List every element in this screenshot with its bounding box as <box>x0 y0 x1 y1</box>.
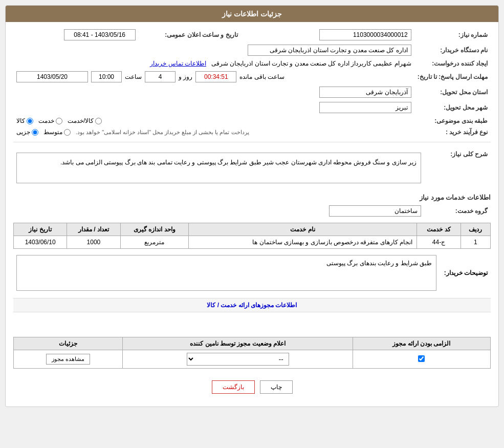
permit-col-status: اعلام وضعیت مجوز توسط نامین کننده <box>123 337 353 350</box>
deadline-days: 4 <box>145 71 176 82</box>
buyer-org-value: اداره کل صنعت معدن و تجارت استان اذربایج… <box>248 45 411 56</box>
buyer-notes-value: طبق شرایط و رعایت بندهای برگ پیوستی <box>16 255 436 291</box>
deadline-time: 10:00 <box>91 71 122 82</box>
service-col-date: تاریخ نیاز <box>14 223 67 236</box>
permit-col-required: الزامی بودن ارائه مجوز <box>353 337 490 350</box>
province-label: استان محل تحویل: <box>414 84 491 100</box>
requester-value: شهرام عظیمی کاربرداز اداره کل صنعت معدن … <box>211 60 411 67</box>
deadline-label: مهلت ارسال پاسخ: تا تاریخ: <box>414 69 491 84</box>
category-option-2[interactable]: خدمت <box>38 117 62 124</box>
service-col-code: کد خدمت <box>417 223 461 236</box>
description-value: زیر سازی و سنگ فروش محوطه اداری شهرستان … <box>16 153 421 183</box>
service-table: ردیف کد خدمت نام خدمت واحد اندازه گیری ت… <box>13 223 491 249</box>
page-title: جزئیات اطلاعات نیاز <box>6 6 498 22</box>
service-group-label: گروه خدمت: <box>424 203 491 219</box>
service-table-row: 1 ج-44 انجام کارهای متفرقه درخصوص بازساز… <box>14 236 491 249</box>
view-permit-button[interactable]: مشاهده مجوز <box>46 354 90 365</box>
deadline-date: 1403/05/20 <box>16 71 88 82</box>
service-col-name: نام خدمت <box>189 223 417 236</box>
deadline-remaining-label: ساعت باقی مانده <box>239 73 284 80</box>
buyer-notes-label: توضیحات خریدار: <box>440 253 491 293</box>
permit-required-checkbox[interactable] <box>418 355 425 362</box>
permits-section-title: اطلاعات مجوزهای ارائه خدمت / کالا <box>13 298 491 312</box>
permit-row: -- مشاهده مجوز <box>14 350 491 369</box>
services-section-title: اطلاعات خدمات مورد نیاز <box>13 194 491 201</box>
permit-status-select[interactable]: -- <box>187 353 289 366</box>
back-button[interactable]: بازگشت <box>212 380 255 394</box>
announcement-value: 1403/05/16 - 08:41 <box>64 29 136 40</box>
category-label: طبقه بندی موضوعی: <box>414 115 491 126</box>
city-value: تبریز <box>319 102 411 113</box>
process-note: پرداخت تمام یا بخشی از مبلغ خریداز محل "… <box>76 129 249 136</box>
permit-table: الزامی بودن ارائه مجوز اعلام وضعیت مجوز … <box>13 337 491 369</box>
service-group-value: ساختمان <box>329 205 421 217</box>
requester-contact-link[interactable]: اطلاعات تماس خریدار <box>150 60 206 67</box>
process-label: نوع فرآیند خرید : <box>414 126 491 138</box>
permit-col-details: جزئیات <box>14 337 123 350</box>
announcement-label: تاریخ و ساعت اعلان عمومی: <box>139 27 241 42</box>
deadline-day-label: روز و <box>179 73 192 80</box>
deadline-remaining: 00:34:51 <box>195 71 236 82</box>
print-button[interactable]: چاپ <box>260 380 293 394</box>
process-option-1[interactable]: جزیی <box>16 129 38 136</box>
service-col-unit: واحد اندازه گیری <box>120 223 189 236</box>
service-col-row: ردیف <box>461 223 490 236</box>
city-label: شهر محل تحویل: <box>414 100 491 115</box>
deadline-time-label: ساعت <box>125 73 142 80</box>
province-value: آذربایجان شرقی <box>319 87 411 98</box>
category-option-1[interactable]: کالا <box>16 117 33 124</box>
service-col-qty: تعداد / مقدار <box>67 223 120 236</box>
need-number-label: شماره نیاز: <box>414 27 491 42</box>
requester-label: ایجاد کننده درخواست: <box>414 58 491 69</box>
need-number-value: 1103000034000012 <box>319 29 411 40</box>
description-label: شرح کلی نیاز: <box>424 146 491 189</box>
process-option-2[interactable]: متوسط <box>43 129 71 136</box>
category-option-3[interactable]: کالا/خدمت <box>68 117 102 124</box>
buyer-org-label: نام دستگاه خریدار: <box>414 42 491 58</box>
